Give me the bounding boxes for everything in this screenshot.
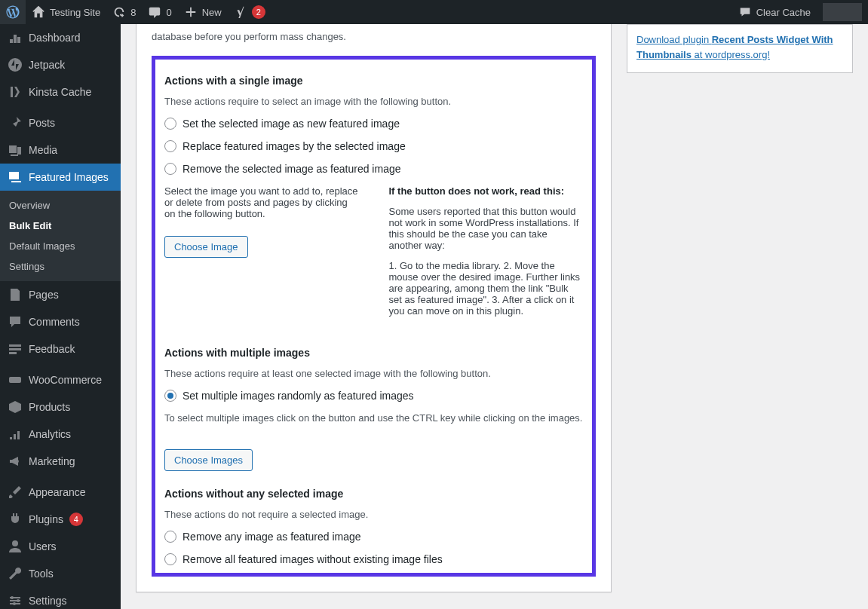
menu-label: Posts [29,117,55,129]
submenu-settings[interactable]: Settings [0,256,121,277]
radio-icon [164,118,176,130]
menu-comments[interactable]: Comments [0,308,121,335]
new-label: New [202,7,222,18]
updates-count: 8 [130,7,136,18]
menu-label: Jetpack [29,59,65,71]
svg-point-5 [13,602,16,605]
yoast-icon [234,5,247,19]
promo-link[interactable]: Download plugin Recent Posts Widget With… [636,34,833,60]
home-icon [32,5,45,19]
multiple-images-heading: Actions with multiple images [164,347,583,359]
single-image-heading: Actions with a single image [164,75,583,87]
wp-logo-menu[interactable] [0,0,26,24]
wordpress-icon [6,5,20,19]
menu-label: Featured Images [29,171,109,183]
user-account-menu[interactable] [823,3,862,21]
radio-remove-missing-files[interactable]: Remove all featured images without exist… [164,553,583,565]
user-icon [8,539,23,554]
menu-label: Appearance [29,486,86,498]
menu-jetpack[interactable]: Jetpack [0,51,121,78]
menu-label: Analytics [29,428,71,440]
svg-point-3 [11,596,14,599]
menu-marketing[interactable]: Marketing [0,448,121,475]
submenu-overview[interactable]: Overview [0,195,121,216]
menu-label: Products [29,401,70,413]
feedback-icon [8,341,23,357]
settings-sliders-icon [8,593,23,608]
admin-sidebar: Dashboard Jetpack Kinsta Cache Posts Med… [0,24,121,609]
multiple-images-help: To select multiple images click on the b… [164,412,583,424]
pages-icon [8,287,23,302]
menu-label: Settings [29,595,67,607]
promo-text-pre: Download plugin [636,34,712,45]
admin-toolbar: Testing Site 8 0 New 2 [0,0,868,24]
submenu-featured-images: Overview Bulk Edit Default Images Settin… [0,191,121,281]
menu-feedback[interactable]: Feedback [0,335,121,363]
radio-remove-any[interactable]: Remove any image as featured image [164,531,583,543]
single-image-desc: These actions require to select an image… [164,96,583,107]
promo-widget: Download plugin Recent Posts Widget With… [627,24,853,73]
radio-remove-featured[interactable]: Remove the selected image as featured im… [164,163,583,175]
images-icon [8,170,23,185]
menu-analytics[interactable]: Analytics [0,421,121,448]
actions-highlight-box: Actions with a single image These action… [152,56,596,577]
menu-pages[interactable]: Pages [0,281,121,308]
clear-cache-label: Clear Cache [756,7,811,18]
svg-point-2 [12,540,18,546]
choose-image-button[interactable]: Choose Image [164,236,248,258]
new-content-menu[interactable]: New [178,0,228,24]
site-name-menu[interactable]: Testing Site [26,0,106,24]
panel-intro-tail: database before you perform mass changes… [152,24,596,56]
yoast-notif-badge: 2 [252,5,265,19]
radio-set-random-multiple[interactable]: Set multiple images randomly as featured… [164,390,583,402]
clear-cache-menu[interactable]: Clear Cache [732,0,817,24]
svg-point-4 [17,599,20,602]
menu-label: Comments [29,316,80,328]
button-help-p2: 1. Go to the media library. 2. Move the … [389,260,584,317]
radio-label: Set the selected image as new featured i… [182,118,400,130]
plug-icon [8,512,23,527]
kinsta-icon [8,84,23,99]
submenu-default-images[interactable]: Default Images [0,236,121,256]
menu-appearance[interactable]: Appearance [0,479,121,506]
button-help-p1: Some users reported that this button wou… [389,206,584,251]
menu-featured-images[interactable]: Featured Images [0,164,121,191]
menu-label: Tools [29,568,54,580]
menu-plugins[interactable]: Plugins 4 [0,506,121,533]
menu-label: Marketing [29,455,75,467]
menu-users[interactable]: Users [0,533,121,560]
promo-text-post: at wordpress.org! [692,49,770,60]
menu-label: Pages [29,289,59,301]
choose-images-button[interactable]: Choose Images [164,449,253,471]
media-icon [8,142,23,158]
menu-media[interactable]: Media [0,136,121,164]
button-help-heading: If the button does not work, read this: [389,185,565,197]
menu-label: Dashboard [29,32,81,44]
radio-icon [164,531,176,543]
menu-woocommerce[interactable]: WooCommerce [0,366,121,393]
brush-icon [8,485,23,500]
comments-icon [8,314,23,329]
menu-label: WooCommerce [29,374,102,386]
products-icon [8,399,23,415]
radio-replace-featured[interactable]: Replace featured images by the selected … [164,140,583,152]
menu-posts[interactable]: Posts [0,109,121,136]
submenu-bulk-edit[interactable]: Bulk Edit [0,216,121,236]
menu-dashboard[interactable]: Dashboard [0,24,121,51]
woocommerce-icon [8,372,23,387]
megaphone-icon [8,454,23,469]
radio-set-featured[interactable]: Set the selected image as new featured i… [164,118,583,130]
multiple-images-desc: These actions require at least one selec… [164,368,583,379]
updates-menu[interactable]: 8 [106,0,142,24]
radio-label: Remove any image as featured image [182,531,361,543]
menu-products[interactable]: Products [0,393,121,421]
radio-label: Set multiple images randomly as featured… [182,390,414,402]
menu-label: Media [29,144,57,156]
menu-kinsta-cache[interactable]: Kinsta Cache [0,78,121,106]
menu-tools[interactable]: Tools [0,560,121,587]
radio-icon [164,140,176,152]
comments-menu[interactable]: 0 [142,0,177,24]
yoast-menu[interactable]: 2 [228,0,271,24]
menu-settings[interactable]: Settings [0,587,121,609]
dashboard-icon [8,30,23,45]
